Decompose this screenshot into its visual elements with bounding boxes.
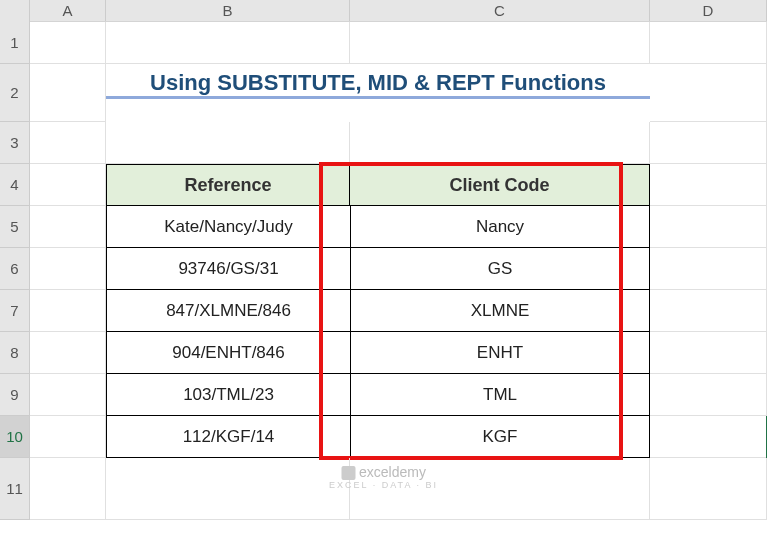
cell-c8[interactable]: ENHT — [350, 332, 650, 374]
cell-b7[interactable]: 847/XLMNE/846 — [106, 290, 350, 332]
cell-b9[interactable]: 103/TML/23 — [106, 374, 350, 416]
cell-c9[interactable]: TML — [350, 374, 650, 416]
cell-d4[interactable] — [650, 164, 767, 206]
cell-a9[interactable] — [30, 374, 106, 416]
row-header-3[interactable]: 3 — [0, 122, 30, 164]
row-header-1[interactable]: 1 — [0, 22, 30, 64]
cell-a2[interactable] — [30, 64, 106, 122]
cell-a10[interactable] — [30, 416, 106, 458]
cell-d10[interactable] — [650, 416, 767, 458]
title-underline — [106, 96, 650, 99]
cell-d7[interactable] — [650, 290, 767, 332]
row-header-7[interactable]: 7 — [0, 290, 30, 332]
cell-b5[interactable]: Kate/Nancy/Judy — [106, 206, 350, 248]
cell-a4[interactable] — [30, 164, 106, 206]
cell-a7[interactable] — [30, 290, 106, 332]
title-cell[interactable]: Using SUBSTITUTE, MID & REPT Functions — [106, 64, 650, 122]
cell-c7[interactable]: XLMNE — [350, 290, 650, 332]
cell-c1[interactable] — [350, 22, 650, 64]
cell-c5[interactable]: Nancy — [350, 206, 650, 248]
select-all-corner[interactable] — [0, 0, 30, 22]
row-header-6[interactable]: 6 — [0, 248, 30, 290]
cell-a3[interactable] — [30, 122, 106, 164]
cell-a6[interactable] — [30, 248, 106, 290]
watermark-subtitle: EXCEL · DATA · BI — [0, 480, 767, 490]
col-header-a[interactable]: A — [30, 0, 106, 21]
column-header-row: A B C D — [0, 0, 767, 22]
cell-b8[interactable]: 904/ENHT/846 — [106, 332, 350, 374]
row-header-8[interactable]: 8 — [0, 332, 30, 374]
cell-a5[interactable] — [30, 206, 106, 248]
cell-d5[interactable] — [650, 206, 767, 248]
cell-d1[interactable] — [650, 22, 767, 64]
cell-b10[interactable]: 112/KGF/14 — [106, 416, 350, 458]
cell-c3[interactable] — [350, 122, 650, 164]
col-header-b[interactable]: B — [106, 0, 350, 21]
table-header-reference[interactable]: Reference — [106, 164, 350, 206]
cell-c11[interactable]: exceldemy EXCEL · DATA · BI — [350, 458, 650, 520]
cell-d2[interactable] — [650, 64, 767, 122]
cell-b6[interactable]: 93746/GS/31 — [106, 248, 350, 290]
cell-d3[interactable] — [650, 122, 767, 164]
row-header-10[interactable]: 10 — [0, 416, 30, 458]
cell-d6[interactable] — [650, 248, 767, 290]
cell-c6[interactable]: GS — [350, 248, 650, 290]
row-header-2[interactable]: 2 — [0, 64, 30, 122]
table-body: 5 Kate/Nancy/Judy Nancy 6 93746/GS/31 GS… — [0, 206, 767, 458]
page-title: Using SUBSTITUTE, MID & REPT Functions — [150, 70, 606, 95]
row-header-9[interactable]: 9 — [0, 374, 30, 416]
cell-a8[interactable] — [30, 332, 106, 374]
col-header-d[interactable]: D — [650, 0, 767, 21]
watermark-text: exceldemy — [359, 464, 426, 480]
cell-b1[interactable] — [106, 22, 350, 64]
cell-d9[interactable] — [650, 374, 767, 416]
cell-b3[interactable] — [106, 122, 350, 164]
cell-a1[interactable] — [30, 22, 106, 64]
watermark: exceldemy EXCEL · DATA · BI — [0, 464, 767, 490]
cell-d8[interactable] — [650, 332, 767, 374]
table-header-clientcode[interactable]: Client Code — [350, 164, 650, 206]
row-header-5[interactable]: 5 — [0, 206, 30, 248]
row-header-4[interactable]: 4 — [0, 164, 30, 206]
cell-c10[interactable]: KGF — [350, 416, 650, 458]
col-header-c[interactable]: C — [350, 0, 650, 21]
watermark-logo-icon — [341, 466, 355, 480]
